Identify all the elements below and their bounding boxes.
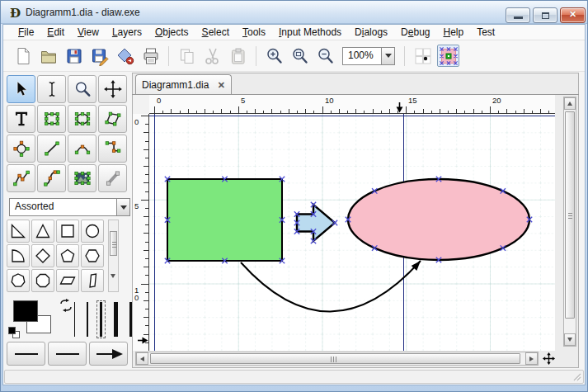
box-shape[interactable] bbox=[167, 179, 282, 261]
new-diagram-button[interactable] bbox=[12, 45, 34, 67]
menu-objects[interactable]: Objects bbox=[148, 25, 195, 40]
paste-button[interactable] bbox=[227, 45, 249, 67]
menu-view[interactable]: View bbox=[71, 25, 106, 40]
tool-box[interactable] bbox=[37, 105, 66, 133]
shape-pentagon[interactable] bbox=[56, 244, 79, 267]
close-button[interactable]: ✕ bbox=[560, 7, 586, 23]
horizontal-scrollbar-thumb[interactable] bbox=[150, 353, 520, 364]
shape-isoceles-triangle[interactable] bbox=[31, 220, 54, 243]
tool-text[interactable] bbox=[7, 105, 35, 133]
scroll-down-button[interactable] bbox=[564, 333, 576, 346]
titlebar[interactable]: Đ Diagramm1.dia - diaw.exe ✕ bbox=[1, 1, 587, 24]
zoom-value-field[interactable]: 100% bbox=[342, 47, 381, 65]
menu-edit[interactable]: Edit bbox=[40, 25, 71, 40]
menu-tools[interactable]: Tools bbox=[236, 25, 272, 40]
sheet-dropdown-button[interactable] bbox=[116, 198, 130, 216]
canvas-viewport[interactable] bbox=[149, 114, 555, 351]
octagon-icon bbox=[33, 271, 53, 290]
svg-text:5: 5 bbox=[134, 201, 139, 210]
arc-icon bbox=[73, 139, 92, 158]
vertical-ruler: 0510 bbox=[133, 114, 149, 351]
copy-button[interactable] bbox=[176, 45, 198, 67]
menubar: FileEditViewLayersObjectsSelectToolsInpu… bbox=[3, 25, 585, 40]
minimize-button[interactable] bbox=[506, 7, 530, 23]
tool-image[interactable] bbox=[68, 164, 96, 192]
restore-button[interactable] bbox=[533, 7, 557, 23]
menu-file[interactable]: File bbox=[12, 25, 40, 40]
toolbar-main-group bbox=[12, 45, 336, 67]
shape-right-triangle[interactable] bbox=[7, 220, 30, 243]
cut-button[interactable] bbox=[201, 45, 223, 67]
resize-grip[interactable] bbox=[572, 372, 581, 381]
tool-bezier-line[interactable] bbox=[37, 164, 66, 192]
tool-magnify[interactable] bbox=[68, 75, 96, 103]
tool-ellipse[interactable] bbox=[68, 105, 96, 133]
tool-outline[interactable] bbox=[98, 164, 127, 192]
shape-parallelogram[interactable] bbox=[56, 269, 79, 292]
tool-zigzag-line[interactable] bbox=[98, 135, 127, 163]
line-style-button[interactable] bbox=[48, 342, 87, 366]
tool-arc[interactable] bbox=[68, 135, 96, 163]
menu-test[interactable]: Test bbox=[470, 25, 501, 40]
sheet-selector-value[interactable]: Assorted bbox=[9, 198, 116, 216]
shape-hexagon[interactable] bbox=[81, 244, 104, 267]
line-width-option-5[interactable] bbox=[111, 300, 121, 338]
menu-debug[interactable]: Debug bbox=[394, 25, 436, 40]
shape-octagon[interactable] bbox=[31, 269, 54, 292]
svg-text:5: 5 bbox=[241, 96, 245, 105]
scroll-right-button[interactable] bbox=[525, 352, 538, 365]
line-width-option-1[interactable] bbox=[71, 300, 78, 338]
shape-slanted-parallelogram[interactable] bbox=[81, 269, 104, 292]
print-diagram-button[interactable] bbox=[139, 45, 162, 67]
svg-text:10: 10 bbox=[134, 286, 139, 302]
pan-canvas-button[interactable] bbox=[541, 352, 556, 366]
foreground-color-swatch[interactable] bbox=[13, 300, 38, 322]
line-icon bbox=[42, 139, 62, 158]
save-as-button[interactable] bbox=[88, 45, 111, 67]
open-diagram-button[interactable] bbox=[37, 45, 59, 67]
tool-scroll[interactable] bbox=[98, 75, 127, 103]
tool-polyline[interactable] bbox=[7, 164, 35, 192]
shape-diamond[interactable] bbox=[31, 244, 54, 267]
statusbar bbox=[4, 370, 584, 384]
export-diagram-button[interactable] bbox=[114, 45, 136, 67]
zoom-fit-button[interactable] bbox=[289, 45, 311, 67]
begin-arrow-button[interactable] bbox=[7, 342, 45, 366]
diagram-canvas[interactable] bbox=[149, 114, 555, 351]
tool-text-edit[interactable] bbox=[37, 75, 66, 103]
tool-line[interactable] bbox=[37, 135, 66, 163]
shape-heptagon[interactable] bbox=[7, 269, 30, 292]
save-diagram-button[interactable] bbox=[63, 45, 85, 67]
tab-close-icon[interactable]: ✕ bbox=[218, 80, 225, 91]
copy-icon bbox=[177, 46, 197, 66]
polyline-icon bbox=[12, 168, 31, 188]
tool-polygon[interactable] bbox=[98, 105, 127, 133]
shape-circle[interactable] bbox=[81, 220, 104, 243]
line-width-option-2[interactable] bbox=[83, 300, 92, 338]
toolbar-toggle-group bbox=[412, 45, 459, 67]
shape-quarter-circle[interactable] bbox=[7, 244, 30, 267]
snap-to-grid-toggle[interactable] bbox=[412, 45, 434, 67]
end-arrow-button[interactable] bbox=[89, 342, 128, 366]
scroll-down-arrow[interactable] bbox=[110, 278, 117, 290]
shape-square[interactable] bbox=[56, 220, 79, 243]
snap-to-objects-toggle[interactable] bbox=[437, 45, 459, 67]
menu-layers[interactable]: Layers bbox=[106, 25, 148, 40]
tool-beziergon[interactable] bbox=[7, 135, 35, 163]
line-width-bar bbox=[100, 302, 102, 337]
menu-select[interactable]: Select bbox=[195, 25, 236, 40]
tool-modify[interactable] bbox=[7, 75, 35, 103]
zoom-in-button[interactable] bbox=[263, 45, 285, 67]
zoom-out-button[interactable] bbox=[314, 45, 336, 67]
menu-help[interactable]: Help bbox=[436, 25, 470, 40]
menu-input-methods[interactable]: Input Methods bbox=[272, 25, 348, 40]
default-colors-icon[interactable] bbox=[8, 327, 16, 334]
scroll-left-button[interactable] bbox=[136, 352, 148, 365]
zoom-dropdown-button[interactable] bbox=[381, 47, 395, 65]
diagram-tab[interactable]: Diagramm1.dia ✕ bbox=[135, 74, 232, 95]
vertical-scrollbar-thumb[interactable] bbox=[565, 111, 575, 319]
line-width-option-3[interactable] bbox=[96, 300, 106, 338]
scroll-up-button[interactable] bbox=[564, 97, 576, 110]
menu-dialogs[interactable]: Dialogs bbox=[348, 25, 394, 40]
scrollbar-thumb[interactable] bbox=[110, 231, 117, 256]
